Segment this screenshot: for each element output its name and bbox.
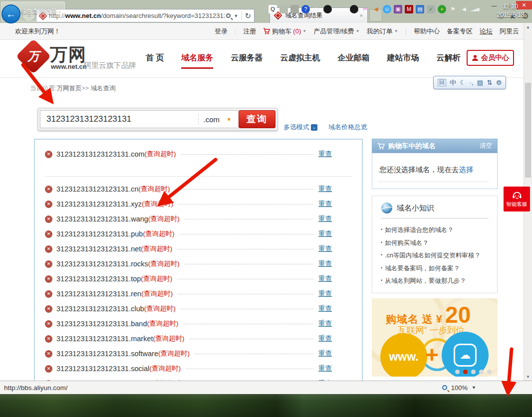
qq-icon[interactable] bbox=[350, 5, 358, 13]
qq-pet-icon[interactable] bbox=[323, 5, 332, 13]
chevron-down-icon: ▼ bbox=[302, 29, 306, 33]
help-icon[interactable]: ? bbox=[301, 5, 310, 13]
scroll-thumb[interactable] bbox=[525, 83, 531, 178]
nav-item-云服务器[interactable]: 云服务器 bbox=[231, 53, 263, 69]
recheck-link[interactable]: 重查 bbox=[318, 304, 332, 313]
carousel-dot[interactable] bbox=[463, 370, 468, 374]
refresh-icon[interactable]: ↻ bbox=[245, 11, 251, 20]
knowledge-item[interactable]: 如何选择适合您的域名？ bbox=[381, 223, 491, 236]
tld-caret-icon[interactable]: ▼ bbox=[227, 117, 232, 122]
recheck-link[interactable]: 重查 bbox=[318, 319, 332, 328]
topbar-link[interactable]: 论坛 bbox=[480, 27, 493, 36]
domain-search-input[interactable] bbox=[40, 114, 198, 124]
recheck-link[interactable]: 重查 bbox=[318, 200, 332, 208]
knowledge-item[interactable]: 如何购买域名？ bbox=[381, 236, 491, 249]
action-center-flag-icon[interactable]: ⚑ bbox=[449, 5, 457, 13]
result-status: (查询超时) bbox=[139, 185, 170, 194]
wanwang-logo-icon[interactable]: 万 bbox=[16, 39, 51, 74]
nav-item-企业邮箱[interactable]: 企业邮箱 bbox=[337, 53, 369, 69]
ime-tray-icon[interactable]: ▤ bbox=[416, 5, 424, 13]
recheck-link[interactable]: 重查 bbox=[318, 364, 332, 373]
ime-language-bar[interactable]: 回中☾·,▤⇅⚙ bbox=[433, 76, 506, 89]
nav-item-首页[interactable]: 首 页 bbox=[146, 53, 164, 69]
tld-select-value[interactable]: .com bbox=[199, 115, 227, 124]
quick-launch-q-icon[interactable]: Q bbox=[268, 5, 277, 13]
cart-icon bbox=[377, 143, 385, 150]
adobe-icon[interactable]: M bbox=[405, 5, 413, 13]
topbar-link[interactable]: 帮助中心 bbox=[414, 27, 440, 36]
search-submit-button[interactable]: 查询 bbox=[239, 110, 275, 128]
smart-service-button[interactable]: 智能客服 bbox=[504, 187, 530, 211]
member-center-button[interactable]: 会员中心 bbox=[467, 50, 514, 66]
media-tv-icon[interactable]: ▣ bbox=[394, 5, 402, 13]
nav-item-云解析[interactable]: 云解析 bbox=[436, 53, 460, 69]
nav-item-域名服务[interactable]: 域名服务 bbox=[181, 53, 213, 69]
restore-window-icon[interactable]: □ bbox=[312, 5, 321, 13]
window-preview-icon[interactable] bbox=[290, 5, 299, 13]
topbar-link[interactable]: 备案专区 bbox=[447, 27, 473, 36]
fail-icon: ✕ bbox=[45, 201, 52, 208]
taskbar-clock[interactable]: 11:10 2015/6/13 bbox=[491, 2, 530, 19]
zoom-level[interactable]: 100% bbox=[451, 384, 468, 392]
breadcrumb-home[interactable]: 万网首页 bbox=[56, 85, 81, 92]
punctuation-icon[interactable]: ·, bbox=[469, 79, 473, 86]
toolbar-move-icon[interactable]: ⇅ bbox=[487, 79, 492, 86]
knowledge-item[interactable]: .cn等国内域名如何提交资料审核？ bbox=[381, 249, 491, 262]
antivirus-shield-icon[interactable]: + bbox=[438, 5, 446, 13]
back-button[interactable]: ← bbox=[1, 4, 20, 23]
cart-select-link[interactable]: 选择 bbox=[459, 166, 474, 174]
knowledge-item[interactable]: 域名要备案吗，如何备案？ bbox=[381, 262, 491, 275]
recheck-link[interactable]: 重查 bbox=[318, 244, 332, 253]
multi-mode-link[interactable]: 多选模式⌄ bbox=[283, 123, 317, 132]
cart-clear-link[interactable]: 清空 bbox=[480, 142, 492, 150]
promo-banner[interactable]: 购域名 送¥20 互联网+ 一步到位 www. + ☁ bbox=[372, 298, 498, 377]
address-bar[interactable]: http://www.net.cn/domain/searchresult/?k… bbox=[36, 9, 255, 22]
clipper-icon[interactable]: ✂ bbox=[361, 5, 369, 13]
recheck-link[interactable]: 重查 bbox=[318, 334, 332, 343]
fullwidth-moon-icon[interactable]: ☾ bbox=[460, 79, 466, 86]
result-status: (查询超时) bbox=[158, 349, 190, 358]
scroll-down-icon[interactable]: ▼ bbox=[524, 373, 532, 381]
network-bars-icon[interactable]: ▁▃▅▇ bbox=[471, 5, 479, 13]
zoom-caret-icon[interactable]: ▼ bbox=[472, 385, 476, 390]
topbar-link[interactable]: 购物车(0)▼ bbox=[263, 27, 306, 36]
scroll-up-icon[interactable]: ▲ bbox=[524, 23, 532, 31]
nav-item-建站市场[interactable]: 建站市场 bbox=[387, 53, 419, 69]
recheck-link[interactable]: 重查 bbox=[318, 150, 332, 159]
carousel-dot[interactable] bbox=[479, 370, 484, 374]
topbar-link[interactable]: 阿里云 bbox=[500, 27, 519, 36]
window-preview-icon[interactable] bbox=[279, 5, 288, 13]
usb-eject-icon[interactable]: ✓ bbox=[427, 5, 435, 13]
search-field[interactable]: .com ▼ bbox=[40, 110, 239, 128]
topbar-link[interactable]: 我的订单▼ bbox=[367, 27, 398, 36]
search-icon[interactable] bbox=[226, 13, 231, 18]
zoom-magnifier-icon[interactable] bbox=[442, 385, 447, 390]
chinese-mode-icon[interactable]: 中 bbox=[450, 79, 456, 86]
topbar-link[interactable]: 产品管理/续费▼ bbox=[313, 27, 360, 36]
topbar-link[interactable]: 登录 bbox=[215, 27, 228, 36]
carousel-dot[interactable] bbox=[471, 370, 476, 374]
topbar-link[interactable]: 注册 bbox=[243, 27, 256, 36]
volume-icon[interactable]: ◀ bbox=[460, 5, 468, 13]
recheck-link[interactable]: 重查 bbox=[318, 274, 332, 283]
recheck-link[interactable]: 重查 bbox=[318, 349, 332, 358]
nav-item-云虚拟主机[interactable]: 云虚拟主机 bbox=[280, 53, 320, 69]
carousel-dot[interactable] bbox=[487, 370, 492, 374]
fail-icon: ✕ bbox=[45, 151, 52, 158]
recheck-link[interactable]: 重查 bbox=[318, 259, 332, 268]
messenger-face-icon[interactable]: ☺ bbox=[383, 5, 391, 13]
knowledge-item[interactable]: 从域名到网站，要做那几步？ bbox=[381, 274, 491, 287]
soft-keyboard-icon[interactable]: ▤ bbox=[477, 79, 483, 86]
recheck-link[interactable]: 重查 bbox=[318, 214, 332, 223]
ime-settings-icon[interactable]: ⚙ bbox=[496, 79, 502, 86]
url-text[interactable]: http://www.net.cn/domain/searchresult/?k… bbox=[49, 12, 225, 19]
ime-brand-icon[interactable]: 回 bbox=[438, 79, 446, 86]
price-overview-link[interactable]: 域名价格总览 bbox=[328, 123, 367, 132]
zoom-control[interactable]: 100% ▼ bbox=[442, 384, 476, 392]
audio-orange-icon[interactable]: ◀ bbox=[372, 5, 380, 13]
recheck-link[interactable]: 重查 bbox=[318, 229, 332, 238]
address-dropdown-icon[interactable]: ▼ bbox=[234, 13, 239, 18]
recheck-link[interactable]: 重查 bbox=[318, 289, 332, 298]
carousel-dot[interactable] bbox=[455, 370, 460, 374]
recheck-link[interactable]: 重查 bbox=[318, 185, 332, 194]
